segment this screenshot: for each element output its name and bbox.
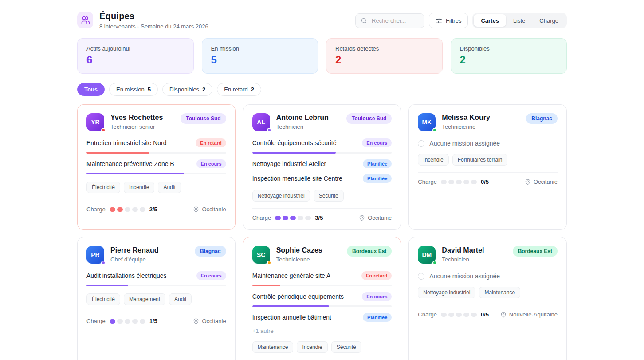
search-input[interactable] xyxy=(371,17,419,24)
mission-title: Audit installations électriques xyxy=(86,272,167,279)
mission-row[interactable]: Entretien trimestriel site NordEn retard xyxy=(86,138,226,154)
view-tab-liste[interactable]: Liste xyxy=(506,14,532,27)
mission-progress-fill xyxy=(252,152,336,154)
stat-label: Disponibles xyxy=(460,45,558,52)
mission-row[interactable]: Audit installations électriquesEn cours xyxy=(86,271,226,286)
mission-status-badge: Planifiée xyxy=(363,159,392,168)
charge-dot xyxy=(305,216,311,220)
charge-dot xyxy=(441,180,447,184)
charge-dots xyxy=(275,216,311,220)
skill-tag: Sécurité xyxy=(331,341,361,353)
filter-pill-count: 2 xyxy=(202,86,205,93)
charge-dot xyxy=(283,216,288,220)
mission-row[interactable]: Maintenance préventive Zone BEn cours xyxy=(86,159,226,174)
site-badge: Bordeaux Est xyxy=(513,246,558,257)
mission-progress-track xyxy=(86,173,226,174)
status-dot xyxy=(432,128,437,132)
avatar-initials: PR xyxy=(91,251,99,258)
mission-head: Contrôle équipements sécuritéEn cours xyxy=(252,138,392,147)
search-box[interactable] xyxy=(355,13,424,28)
search-icon xyxy=(361,17,367,24)
card-header: ALAntoine LebrunTechnicienToulouse Sud xyxy=(252,113,392,131)
region: Occitanie xyxy=(359,214,392,221)
charge-value: 3/5 xyxy=(315,214,323,221)
no-mission-state: Aucune mission assignée xyxy=(418,273,558,280)
filter-pill-label: En mission xyxy=(116,86,145,93)
person-role: Technicien xyxy=(442,256,506,263)
filter-pill-count: 2 xyxy=(251,86,254,93)
person-card[interactable]: DMDavid MartelTechnicienBordeaux EstAucu… xyxy=(408,237,567,360)
page-subtitle: 8 intervenants · Semaine du 24 mars 2026 xyxy=(99,23,208,30)
filter-pill[interactable]: En mission5 xyxy=(109,83,158,96)
filter-pill[interactable]: Tous xyxy=(77,83,105,96)
map-pin-icon xyxy=(525,179,531,185)
stat-card: En mission5 xyxy=(202,38,318,74)
mission-status-badge: En cours xyxy=(196,159,226,168)
mission-row[interactable]: Maintenance générale site AEn retard xyxy=(252,271,392,286)
status-dot xyxy=(267,261,271,265)
mission-row[interactable]: Contrôle périodique équipementsEn cours xyxy=(252,292,392,307)
site-badge: Blagnac xyxy=(195,246,226,257)
stat-card: Disponibles2 xyxy=(451,38,567,74)
filter-pill[interactable]: Disponibles2 xyxy=(162,83,212,96)
charge-dot xyxy=(117,319,123,324)
charge-dot xyxy=(117,207,123,212)
mission-head: Nettoyage industriel AtelierPlanifiée xyxy=(252,159,392,168)
mission-progress-fill xyxy=(252,305,329,307)
filter-pill-label: En retard xyxy=(224,86,247,93)
view-tab-cartes[interactable]: Cartes xyxy=(474,14,506,27)
skill-tag: Incendie xyxy=(124,182,154,193)
charge-dot xyxy=(132,319,138,324)
site-badge: Bordeaux Est xyxy=(347,246,392,257)
filter-pills: TousEn mission5Disponibles2En retard2 xyxy=(77,83,567,96)
charge-dot xyxy=(125,207,130,212)
avatar-initials: YR xyxy=(91,119,99,126)
page: Équipes 8 intervenants · Semaine du 24 m… xyxy=(77,0,567,360)
region-label: Occitanie xyxy=(368,214,392,221)
filters-button[interactable]: Filtres xyxy=(429,13,468,28)
mission-row[interactable]: Inspection mensuelle site CentrePlanifié… xyxy=(252,174,392,183)
filter-pill[interactable]: En retard2 xyxy=(217,83,261,96)
region: Nouvelle-Aquitaine xyxy=(500,311,558,318)
site-badge: Toulouse Sud xyxy=(346,113,392,124)
mission-row[interactable]: Nettoyage industriel AtelierPlanifiée xyxy=(252,159,392,168)
skill-tag: Management xyxy=(124,293,165,305)
person-card[interactable]: YRYves RochettesTechnicien seniorToulous… xyxy=(77,104,236,230)
charge-label: Charge xyxy=(252,214,271,221)
map-pin-icon xyxy=(500,312,507,318)
charge-label: Charge xyxy=(418,311,437,318)
skill-tag: Audit xyxy=(169,293,192,305)
charge-dots xyxy=(110,207,145,212)
charge-dot xyxy=(448,313,454,317)
person-card[interactable]: PRPierre RenaudChef d'équipeBlagnacAudit… xyxy=(77,237,236,360)
skill-tags: Nettoyage industrielSécurité xyxy=(252,190,392,202)
region-label: Nouvelle-Aquitaine xyxy=(509,311,558,318)
mission-row[interactable]: Inspection annuelle bâtimentPlanifiée xyxy=(252,313,392,322)
mission-head: Contrôle périodique équipementsEn cours xyxy=(252,292,392,301)
person-identity: Melissa KouryTechnicienne xyxy=(442,113,520,130)
stat-card: Retards détectés2 xyxy=(326,38,443,74)
skill-tag: Formulaires terrain xyxy=(452,154,508,166)
person-card[interactable]: MKMelissa KouryTechnicienneBlagnacAucune… xyxy=(408,104,567,230)
charge-dot xyxy=(441,313,447,317)
person-name: David Martel xyxy=(442,246,506,254)
mission-row[interactable]: Contrôle équipements sécuritéEn cours xyxy=(252,138,392,154)
mission-title: Nettoyage industriel Atelier xyxy=(252,160,326,167)
person-card[interactable]: ALAntoine LebrunTechnicienToulouse SudCo… xyxy=(243,104,401,230)
charge-value: 1/5 xyxy=(149,318,157,324)
stat-value: 2 xyxy=(335,54,433,66)
site-badge: Blagnac xyxy=(526,113,558,124)
skill-tag: Nettoyage industriel xyxy=(418,287,475,298)
mission-title: Contrôle équipements sécurité xyxy=(252,139,337,146)
person-card[interactable]: SCSophie CazesTechnicienneBordeaux EstMa… xyxy=(243,237,401,360)
more-missions-label: +1 autre xyxy=(252,328,392,334)
card-header: MKMelissa KouryTechnicienneBlagnac xyxy=(418,113,558,131)
mission-head: Inspection annuelle bâtimentPlanifiée xyxy=(252,313,392,322)
mission-list: Contrôle équipements sécuritéEn coursNet… xyxy=(252,138,392,183)
charge-dot xyxy=(471,180,477,184)
card-header: PRPierre RenaudChef d'équipeBlagnac xyxy=(86,246,226,264)
view-tab-charge[interactable]: Charge xyxy=(532,14,565,27)
card-footer: Charge0/5Nouvelle-Aquitaine xyxy=(418,305,558,318)
skill-tag: Maintenance xyxy=(479,287,520,298)
mission-status-badge: Planifiée xyxy=(363,174,392,183)
